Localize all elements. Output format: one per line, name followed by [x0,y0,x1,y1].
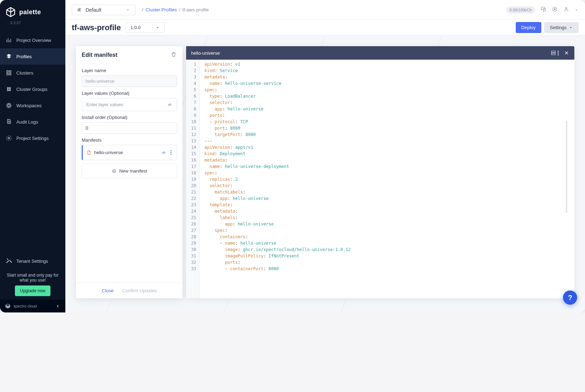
install-order-label: Install order (Optional) [82,115,177,120]
app-version: 3.3.37 [0,21,65,28]
close-button[interactable]: Close [102,288,114,293]
code-icon [167,102,172,107]
editor-body[interactable]: 1234567891011121314151617181920212223242… [186,60,574,298]
layer-name-input[interactable] [82,75,177,87]
install-order-input[interactable] [82,122,177,134]
brand-name: palette [19,9,41,16]
chevron-down-icon [574,8,579,12]
user-menu[interactable] [563,6,569,13]
star-icon[interactable] [552,6,558,13]
spectro-icon [5,303,11,309]
delete-button[interactable] [170,51,177,59]
scope-icon [77,7,82,12]
nav-label: Profiles [16,54,32,59]
scope-label: Default [86,7,101,13]
deploy-button[interactable]: Deploy [516,22,541,33]
titlebar: tf-aws-profile 1.0.0 Deploy Settings [65,20,585,36]
chart-icon [6,37,12,43]
chevron-down-icon [155,25,160,30]
svg-point-7 [565,7,567,9]
sidebar-item-profiles[interactable]: Profiles [0,48,65,65]
primary-nav: Project OverviewProfilesClustersCluster … [0,28,65,253]
manifest-name: hello-universe [94,150,123,155]
sidebar-footer[interactable]: spectro cloud [0,300,65,312]
svg-rect-9 [552,51,556,53]
main-area: Default / Cluster Profiles / tf-aws-prof… [65,0,585,312]
palette-logo-icon [5,6,16,18]
sidebar-item-project-overview[interactable]: Project Overview [0,32,65,48]
tools-icon [6,258,12,264]
help-fab[interactable]: ? [563,290,577,305]
upgrade-text: Start small and only pay for what you us… [4,273,61,283]
target-icon [6,102,12,109]
svg-point-3 [8,137,10,139]
svg-rect-10 [552,53,556,55]
groups-icon [6,86,12,92]
search-doc-icon [6,119,12,125]
manifest-item[interactable]: hello-universe [82,145,177,160]
chevron-left-icon [55,303,60,309]
sidebar-item-cluster-groups[interactable]: Cluster Groups [0,81,65,97]
breadcrumb-link[interactable]: Cluster Profiles [146,7,177,12]
file-icon [86,150,91,155]
new-manifest-button[interactable]: New manifest [82,164,177,178]
gear-icon [6,135,12,141]
svg-rect-4 [78,9,79,11]
editor-menu[interactable] [556,49,560,57]
plus-circle-icon [112,169,117,174]
layer-values-label: Layer values (Optional) [82,91,177,96]
svg-point-1 [8,104,10,107]
sidebar-item-clusters[interactable]: Clusters [0,65,65,81]
manifest-menu[interactable] [169,149,173,156]
chevron-down-icon [569,26,573,30]
workspace: Edit manifest Layer name Layer values (O… [65,36,585,312]
editor-header: hello-universe [186,46,574,60]
confirm-updates-button[interactable]: Confirm Updates [122,288,157,293]
sidebar: palette 3.3.37 Project OverviewProfilesC… [0,0,65,312]
chevron-down-icon [125,7,130,12]
nav-label: Workspaces [16,103,42,108]
scrollbar[interactable] [566,121,567,213]
svg-rect-5 [79,8,80,11]
svg-point-2 [8,121,10,122]
layer-name-label: Layer name [82,68,177,73]
settings-button[interactable]: Settings [544,22,579,33]
edit-manifest-panel: Edit manifest Layer name Layer values (O… [76,46,183,298]
sidebar-item-workspaces[interactable]: Workspaces [0,97,65,114]
brand-logo: palette [0,0,65,21]
code-editor: hello-universe 1234567891011121314151617… [186,46,574,298]
breadcrumb-current: tf-aws-profile [182,7,208,12]
upgrade-callout: Start small and only pay for what you us… [0,269,65,300]
line-numbers: 1234567891011121314151617181920212223242… [186,60,200,298]
panel-title: Edit manifest [82,52,117,58]
version-select[interactable]: 1.0.0 [126,22,165,33]
version-value: 1.0.0 [130,25,141,30]
nav-label: Clusters [16,70,33,76]
nav-label: Project Overview [16,38,51,43]
sidebar-item-tenant-settings[interactable]: Tenant Settings [0,253,65,269]
chat-icon[interactable] [540,6,547,13]
editor-filename: hello-universe [191,50,220,56]
grid-icon [6,70,12,76]
nav-label: Cluster Groups [16,87,47,92]
topbar: Default / Cluster Profiles / tf-aws-prof… [65,0,585,20]
nav-label: Project Settings [16,136,49,141]
footer-text: spectro cloud [13,304,37,308]
manifests-label: Manifests [82,137,177,143]
usage-pill: 0.08/100kCh [506,6,535,13]
nav-label: Audit Logs [16,119,38,125]
breadcrumb: / Cluster Profiles / tf-aws-profile [142,7,209,12]
page-title: tf-aws-profile [72,23,121,32]
stack-icon [6,53,12,60]
code-content[interactable]: apiVersion: v1kind: Servicemetadata: nam… [200,60,574,298]
upgrade-button[interactable]: Upgrade now [15,285,50,296]
tenant-settings-label: Tenant Settings [16,258,48,264]
layer-values-placeholder: Enter layer values [86,102,123,107]
close-icon[interactable] [564,50,569,56]
scope-selector[interactable]: Default [72,5,136,15]
sidebar-item-project-settings[interactable]: Project Settings [0,130,65,146]
layout-icon[interactable] [551,50,556,56]
sidebar-item-audit-logs[interactable]: Audit Logs [0,114,65,130]
layer-values-button[interactable]: Enter layer values [82,98,177,111]
code-icon[interactable] [161,150,166,155]
